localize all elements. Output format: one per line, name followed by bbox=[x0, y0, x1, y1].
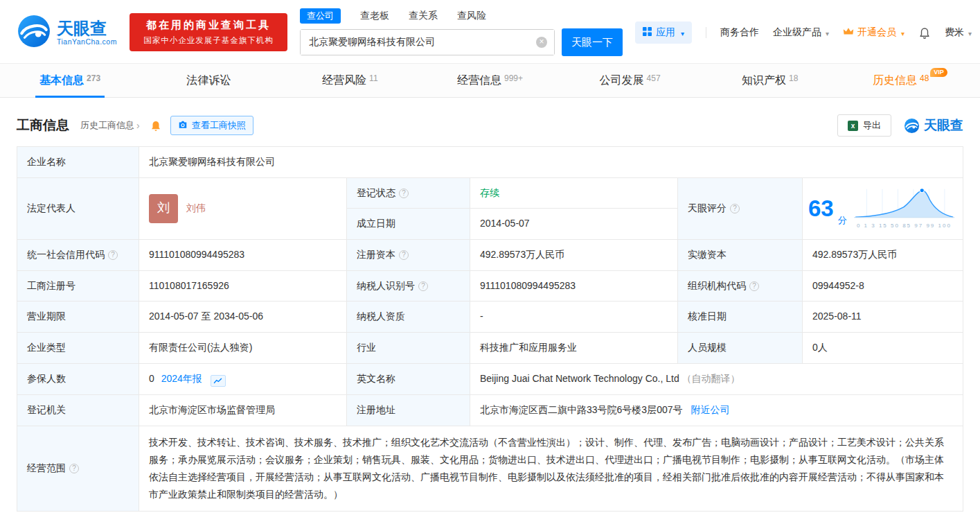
help-icon[interactable] bbox=[418, 281, 428, 291]
score-label: 天眼评分 bbox=[678, 177, 803, 239]
insured-count: 0 bbox=[149, 373, 154, 384]
search-button[interactable]: 天眼一下 bbox=[562, 28, 623, 56]
menu-enterprise-products[interactable]: 企业级产品 bbox=[773, 26, 829, 39]
export-button-label: 导出 bbox=[863, 119, 881, 132]
legal-rep-link[interactable]: 刘伟 bbox=[186, 201, 206, 216]
label-text: 法定代表人 bbox=[27, 202, 75, 213]
search-input[interactable] bbox=[301, 30, 554, 55]
label-text: 经营范围 bbox=[27, 462, 66, 473]
menu-business-cooperation[interactable]: 商务合作 bbox=[720, 26, 759, 39]
reg-authority-value: 北京市海淀区市场监督管理局 bbox=[139, 394, 347, 426]
brand-domain: TianYanCha.com bbox=[57, 37, 117, 46]
legal-rep-label: 法定代表人 bbox=[17, 177, 139, 239]
tab-label: 经营风险 bbox=[322, 74, 366, 86]
tab-intellectual-property[interactable]: 知识产权18 bbox=[700, 64, 840, 97]
monitor-bell-icon[interactable] bbox=[150, 119, 162, 132]
tab-business-risk[interactable]: 经营风险11 bbox=[280, 64, 420, 97]
tab-count: 273 bbox=[87, 73, 100, 83]
row-credit-code: 统一社会信用代码 911101080994495283 注册资本 492.895… bbox=[17, 240, 963, 271]
english-name-value: Beijing Juai Chat Network Technology Co.… bbox=[470, 363, 963, 394]
open-vip-button[interactable]: 开通会员 bbox=[843, 26, 905, 39]
crown-icon bbox=[843, 27, 854, 38]
tianyancha-logo[interactable]: 天眼查 TianYanCha.com bbox=[17, 14, 117, 51]
help-icon[interactable] bbox=[399, 250, 409, 260]
tab-legal-proceedings[interactable]: 法律诉讼 bbox=[140, 64, 280, 97]
label-text: 纳税人资质 bbox=[357, 311, 405, 322]
watermark-label: 天眼查 bbox=[924, 116, 963, 134]
tab-count: 18 bbox=[789, 73, 798, 83]
english-name-text: Beijing Juai Chat Network Technology Co.… bbox=[480, 373, 679, 384]
search-tab-boss[interactable]: 查老板 bbox=[360, 10, 389, 22]
reg-number-label: 工商注册号 bbox=[17, 270, 139, 302]
section-title: 工商信息 bbox=[17, 116, 69, 134]
help-icon[interactable] bbox=[399, 189, 409, 198]
search-tab-risk[interactable]: 查风险 bbox=[457, 10, 486, 22]
snapshot-button-label: 查看工商快照 bbox=[192, 119, 246, 132]
history-business-info-link[interactable]: 历史工商信息 bbox=[80, 119, 140, 132]
menu-enterprise-label: 企业级产品 bbox=[773, 26, 821, 39]
tab-count: 999+ bbox=[504, 73, 523, 83]
taxpayer-quality-label: 纳税人资质 bbox=[347, 302, 470, 333]
nearby-companies-link[interactable]: 附近公司 bbox=[691, 404, 729, 415]
business-info-table: 企业名称 北京聚爱聊网络科技有限公司 法定代表人 刘 刘伟 登记状态 存续 天眼… bbox=[17, 146, 963, 512]
row-company-name: 企业名称 北京聚爱聊网络科技有限公司 bbox=[17, 147, 963, 178]
tab-label: 知识产权 bbox=[742, 74, 786, 86]
notification-bell-icon[interactable] bbox=[918, 26, 931, 39]
excel-icon bbox=[848, 121, 858, 131]
label-text: 注册地址 bbox=[357, 404, 395, 415]
apps-menu[interactable]: 应用 bbox=[635, 21, 692, 44]
help-icon[interactable] bbox=[108, 250, 118, 260]
user-menu[interactable]: 费米 bbox=[945, 26, 972, 39]
row-reg-number: 工商注册号 110108017165926 纳税人识别号 91110108099… bbox=[17, 270, 963, 302]
promo-banner: 都在用的商业查询工具 国家中小企业发展子基金旗下机构 bbox=[130, 13, 287, 51]
credit-code-value: 911101080994495283 bbox=[139, 240, 347, 271]
user-name: 费米 bbox=[945, 26, 964, 39]
top-header: 天眼查 TianYanCha.com 都在用的商业查询工具 国家中小企业发展子基… bbox=[0, 0, 980, 63]
search-box bbox=[300, 29, 555, 55]
label-text: 成立日期 bbox=[357, 218, 395, 229]
reg-address-value: 北京市海淀区西二旗中路33号院6号楼3层007号 附近公司 bbox=[470, 394, 963, 426]
search-tab-company[interactable]: 查公司 bbox=[300, 8, 341, 24]
tab-basic-info[interactable]: 基本信息273 bbox=[0, 64, 140, 97]
label-text: 英文名称 bbox=[357, 373, 395, 384]
label-text: 行业 bbox=[357, 342, 376, 353]
tab-label: 历史信息 bbox=[873, 74, 917, 86]
trend-chart-icon[interactable] bbox=[211, 375, 226, 387]
staff-size-label: 人员规模 bbox=[678, 333, 803, 364]
approval-date-value: 2025-08-11 bbox=[803, 302, 963, 333]
search-tab-relation[interactable]: 查关系 bbox=[409, 10, 438, 22]
label-text: 企业名称 bbox=[27, 156, 66, 167]
tab-history-info[interactable]: 历史信息48VIP bbox=[840, 64, 980, 97]
business-scope-value: 技术开发、技术转让、技术咨询、技术服务、技术推广；组织文化艺术交流活动（不含营业… bbox=[139, 426, 963, 512]
help-icon[interactable] bbox=[69, 464, 79, 473]
logo-text: 天眼查 TianYanCha.com bbox=[57, 19, 117, 46]
label-text: 纳税人识别号 bbox=[357, 280, 415, 291]
business-term-value: 2014-05-07 至 2034-05-06 bbox=[139, 302, 347, 333]
tianyancha-watermark: 天眼查 bbox=[904, 116, 963, 134]
legal-rep-avatar[interactable]: 刘 bbox=[149, 194, 178, 223]
label-text: 组织机构代码 bbox=[688, 280, 746, 291]
label-text: 登记状态 bbox=[357, 187, 395, 198]
row-reg-authority: 登记机关 北京市海淀区市场监督管理局 注册地址 北京市海淀区西二旗中路33号院6… bbox=[17, 394, 963, 426]
brand-name: 天眼查 bbox=[57, 19, 117, 37]
establish-date-value: 2014-05-07 bbox=[470, 209, 678, 240]
industry-label: 行业 bbox=[347, 333, 470, 364]
annual-report-link[interactable]: 2024年报 bbox=[161, 373, 202, 384]
tab-business-info[interactable]: 经营信息999+ bbox=[420, 64, 560, 97]
clear-search-icon[interactable] bbox=[536, 37, 547, 48]
taxpayer-id-label: 纳税人识别号 bbox=[347, 270, 470, 302]
export-button[interactable]: 导出 bbox=[837, 114, 891, 137]
reg-status-label: 登记状态 bbox=[347, 177, 470, 209]
row-insured: 参保人数 0 2024年报 英文名称 Beijing Juai Chat Net… bbox=[17, 363, 963, 394]
english-name-label: 英文名称 bbox=[347, 363, 470, 394]
help-icon[interactable] bbox=[730, 204, 740, 213]
org-code-label: 组织机构代码 bbox=[678, 270, 803, 302]
label-text: 实缴资本 bbox=[688, 249, 727, 260]
business-term-label: 营业期限 bbox=[17, 302, 139, 333]
help-icon[interactable] bbox=[749, 281, 759, 291]
view-business-snapshot-button[interactable]: 查看工商快照 bbox=[170, 116, 253, 135]
tab-label: 基本信息 bbox=[39, 74, 84, 86]
row-company-type: 企业类型 有限责任公司(法人独资) 行业 科技推广和应用服务业 人员规模 0人 bbox=[17, 333, 963, 364]
tab-company-development[interactable]: 公司发展457 bbox=[560, 64, 700, 97]
chevron-down-icon bbox=[900, 27, 905, 38]
